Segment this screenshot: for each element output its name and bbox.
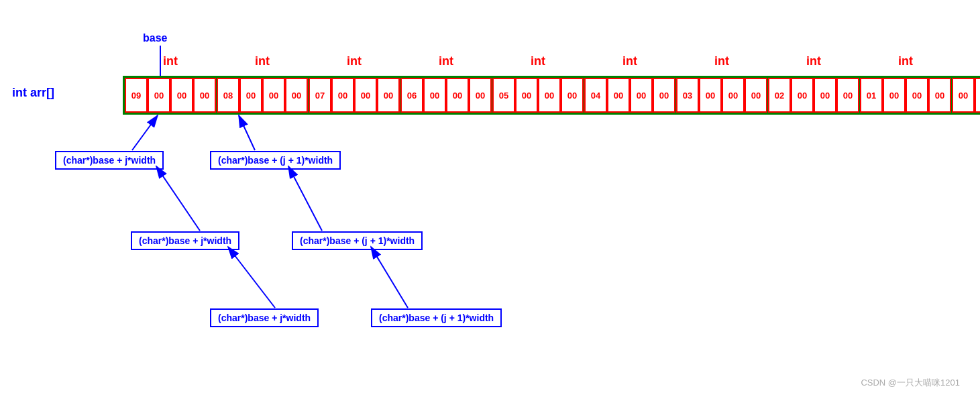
byte-cell-4-0: 05 [492,78,515,113]
svg-line-4 [288,166,322,231]
int-label-4: int [531,54,545,68]
int-group-3: int06000000 [400,78,492,113]
byte-cell-6-2: 00 [722,78,745,113]
byte-cell-3-3: 00 [469,78,492,113]
int-label-0: int [163,54,178,68]
byte-cell-5-1: 00 [607,78,630,113]
int-group-8: int01000000 [860,78,952,113]
byte-cell-5-2: 00 [630,78,653,113]
ptr-box-row3-right: (char*)base + (j + 1)*width [371,308,502,327]
byte-cell-1-3: 00 [285,78,308,113]
int-group-9: int00000000 [952,78,980,113]
byte-cell-5-0: 04 [584,78,607,113]
byte-cell-7-1: 00 [791,78,814,113]
ptr-box-row2-right: (char*)base + (j + 1)*width [292,231,423,250]
byte-cell-4-2: 00 [538,78,561,113]
int-label-3: int [439,54,453,68]
byte-cell-7-0: 02 [768,78,791,113]
base-label: base [143,32,167,44]
byte-cell-0-1: 00 [148,78,170,113]
int-label-7: int [806,54,821,68]
int-label-1: int [255,54,270,68]
ptr-box-row2-left: (char*)base + j*width [131,231,239,250]
int-label-2: int [347,54,362,68]
byte-cell-2-3: 00 [377,78,400,113]
ptr-box-row1-right: (char*)base + (j + 1)*width [210,151,341,170]
int-group-4: int05000000 [492,78,584,113]
byte-cell-2-0: 07 [309,78,331,113]
ptr-box-row3-left: (char*)base + j*width [210,308,319,327]
svg-line-2 [239,115,255,150]
byte-cell-0-2: 00 [170,78,193,113]
svg-line-1 [132,115,158,150]
int-group-5: int04000000 [584,78,676,113]
byte-cell-2-2: 00 [354,78,377,113]
byte-cell-4-3: 00 [561,78,584,113]
int-group-2: int07000000 [309,78,400,113]
int-group-1: int08000000 [217,78,309,113]
byte-cell-8-0: 01 [860,78,883,113]
byte-cell-8-1: 00 [883,78,906,113]
int-label-8: int [898,54,913,68]
canvas: base int arr[] int09000000int08000000int… [0,0,980,401]
byte-cell-1-2: 00 [262,78,285,113]
byte-cell-8-2: 00 [906,78,928,113]
svg-line-6 [371,247,408,308]
int-label-6: int [714,54,729,68]
watermark: CSDN @一只大喵咪1201 [861,377,960,389]
byte-cell-9-1: 00 [975,78,980,113]
byte-cell-3-2: 00 [446,78,469,113]
ptr-box-row1-left: (char*)base + j*width [55,151,164,170]
int-group-6: int03000000 [676,78,768,113]
arrows-svg [0,0,980,401]
int-group-0: int09000000 [125,78,217,113]
byte-cell-0-3: 00 [193,78,216,113]
byte-cell-0-0: 09 [125,78,148,113]
byte-cell-2-1: 00 [331,78,354,113]
svg-line-3 [156,166,200,231]
byte-cell-1-1: 00 [239,78,262,113]
arr-label: int arr[] [12,86,54,100]
byte-cell-7-2: 00 [814,78,836,113]
byte-cell-9-0: 00 [952,78,975,113]
byte-cell-1-0: 08 [217,78,239,113]
byte-cell-5-3: 00 [653,78,675,113]
byte-cell-6-0: 03 [676,78,699,113]
array-container: int09000000int08000000int07000000int0600… [123,76,980,115]
byte-cell-3-0: 06 [400,78,423,113]
byte-cell-4-1: 00 [515,78,538,113]
byte-cell-7-3: 00 [836,78,859,113]
svg-line-5 [228,247,275,308]
byte-cell-3-1: 00 [423,78,446,113]
int-group-7: int02000000 [768,78,860,113]
byte-cell-6-3: 00 [745,78,767,113]
byte-cell-6-1: 00 [699,78,722,113]
byte-cell-8-3: 00 [928,78,951,113]
int-label-5: int [622,54,637,68]
